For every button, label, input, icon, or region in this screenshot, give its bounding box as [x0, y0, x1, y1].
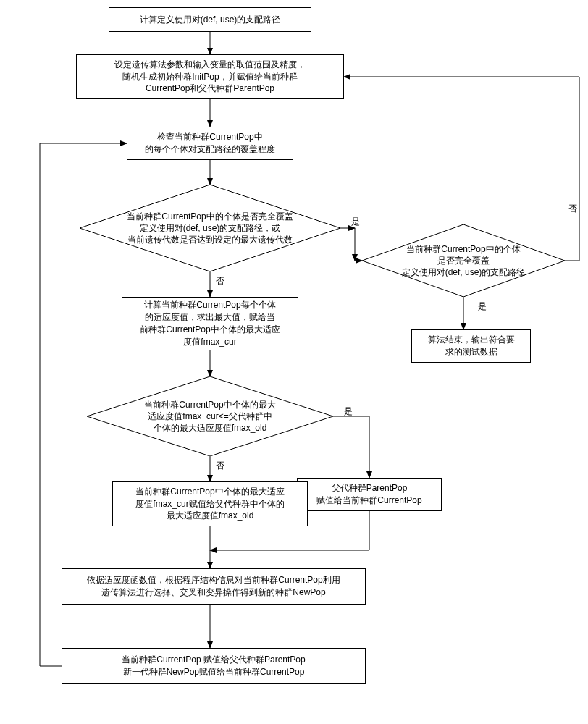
- text: 当前种群CurrentPop中个体的最大适应 度值fmax_cur赋值给父代种群…: [135, 486, 284, 522]
- node-calc-fitness: 计算当前种群CurrentPop每个个体 的适应度值，求出最大值，赋给当 前种群…: [122, 297, 298, 350]
- label-no-d1: 否: [216, 275, 224, 287]
- decision-full-coverage: 当前种群CurrentPop中的个体 是否完全覆盖 定义使用对(def, use…: [362, 224, 565, 297]
- text: 当前种群CurrentPop中的个体是否完全覆盖 定义使用对(def, use)…: [111, 211, 308, 246]
- node-check-coverage: 检查当前种群CurrentPop中 的每个个体对支配路径的覆盖程度: [127, 127, 293, 160]
- label-no-d2: 否: [568, 203, 577, 215]
- text: 算法结束，输出符合要 求的测试数据: [428, 334, 515, 358]
- node-init-params: 设定遗传算法参数和输入变量的取值范围及精度， 随机生成初始种群InitPop，并…: [76, 54, 344, 99]
- node-pop-reassign: 当前种群CurrentPop 赋值给父代种群ParentPop 新一代种群New…: [62, 648, 366, 684]
- label-yes-d3: 是: [344, 405, 353, 418]
- node-fmax-assign: 当前种群CurrentPop中个体的最大适应 度值fmax_cur赋值给父代种群…: [112, 481, 308, 526]
- decision-coverage-or-maxgen: 当前种群CurrentPop中的个体是否完全覆盖 定义使用对(def, use)…: [80, 185, 340, 272]
- label-no-d3: 否: [216, 460, 224, 472]
- decision-fmax-compare: 当前种群CurrentPop中个体的最大 适应度值fmax_cur<=父代种群中…: [87, 376, 333, 456]
- node-algorithm-end: 算法结束，输出符合要 求的测试数据: [411, 329, 531, 363]
- label-yes-d2: 是: [478, 300, 487, 313]
- node-parentpop-assign: 父代种群ParentPop 赋值给当前种群CurrentPop: [297, 478, 442, 511]
- text: 当前种群CurrentPop中个体的最大 适应度值fmax_cur<=父代种群中…: [128, 399, 291, 434]
- text: 设定遗传算法参数和输入变量的取值范围及精度， 随机生成初始种群InitPop，并…: [114, 59, 306, 95]
- text: 检查当前种群CurrentPop中 的每个个体对支配路径的覆盖程度: [145, 131, 275, 156]
- text: 计算当前种群CurrentPop每个个体 的适应度值，求出最大值，赋给当 前种群…: [140, 299, 280, 348]
- text: 当前种群CurrentPop中的个体 是否完全覆盖 定义使用对(def, use…: [386, 243, 542, 279]
- node-calc-dominating-path: 计算定义使用对(def, use)的支配路径: [109, 7, 311, 32]
- node-genetic-operations: 依据适应度函数值，根据程序结构信息对当前种群CurrentPop利用 遗传算法进…: [62, 568, 366, 605]
- text: 当前种群CurrentPop 赋值给父代种群ParentPop 新一代种群New…: [122, 654, 305, 678]
- text: 计算定义使用对(def, use)的支配路径: [140, 14, 281, 26]
- text: 依据适应度函数值，根据程序结构信息对当前种群CurrentPop利用 遗传算法进…: [87, 574, 340, 599]
- text: 父代种群ParentPop 赋值给当前种群CurrentPop: [316, 482, 421, 507]
- label-yes-d1: 是: [351, 216, 360, 228]
